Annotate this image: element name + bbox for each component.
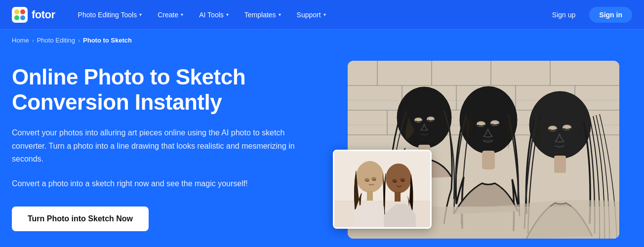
- breadcrumb-separator: ›: [78, 37, 80, 44]
- hero-description-2: Convert a photo into a sketch right now …: [12, 177, 298, 190]
- navbar: fotor Photo Editing Tools ▾ Create ▾ AI …: [0, 0, 644, 30]
- hero-image-area: [348, 61, 624, 239]
- fotor-logo-icon: [12, 7, 28, 23]
- signup-button[interactable]: Sign up: [544, 7, 583, 23]
- breadcrumb-parent[interactable]: Photo Editing: [37, 37, 75, 44]
- svg-rect-0: [12, 7, 28, 23]
- logo-text: fotor: [32, 8, 55, 21]
- nav-items: Photo Editing Tools ▾ Create ▾ AI Tools …: [71, 7, 544, 23]
- svg-point-38: [356, 161, 384, 193]
- svg-point-1: [14, 9, 19, 14]
- svg-point-42: [386, 164, 411, 193]
- original-photo-thumbnail: [333, 150, 432, 229]
- svg-rect-30: [482, 151, 495, 169]
- hero-content: Online Photo to Sketch Conversion Instan…: [12, 61, 328, 231]
- chevron-down-icon: ▾: [226, 12, 229, 17]
- svg-point-4: [20, 15, 25, 20]
- svg-rect-45: [395, 192, 401, 202]
- nav-templates[interactable]: Templates ▾: [238, 7, 288, 23]
- svg-point-3: [14, 15, 19, 20]
- nav-ai-tools[interactable]: AI Tools ▾: [192, 7, 236, 23]
- svg-rect-34: [554, 156, 566, 173]
- svg-point-23: [397, 87, 451, 148]
- svg-rect-41: [367, 191, 373, 201]
- svg-point-2: [20, 9, 25, 14]
- hero-title: Online Photo to Sketch Conversion Instan…: [12, 65, 328, 115]
- cta-button[interactable]: Turn Photo into Sketch Now: [12, 206, 149, 231]
- breadcrumb-current: Photo to Sketch: [83, 37, 132, 44]
- nav-create[interactable]: Create ▾: [151, 7, 190, 23]
- chevron-down-icon: ▾: [181, 12, 183, 17]
- hero-description-1: Convert your photos into alluring art pi…: [12, 126, 298, 165]
- logo[interactable]: fotor: [12, 7, 55, 23]
- breadcrumb-home[interactable]: Home: [12, 37, 29, 44]
- chevron-down-icon: ▾: [279, 12, 281, 17]
- chevron-down-icon: ▾: [139, 12, 142, 17]
- nav-photo-editing-tools[interactable]: Photo Editing Tools ▾: [71, 7, 149, 23]
- hero-section: Online Photo to Sketch Conversion Instan…: [0, 51, 644, 239]
- breadcrumb: Home › Photo Editing › Photo to Sketch: [0, 30, 644, 51]
- nav-support[interactable]: Support ▾: [290, 7, 333, 23]
- nav-right-actions: Sign up Sign in: [544, 7, 632, 23]
- chevron-down-icon: ▾: [323, 12, 326, 17]
- signin-button[interactable]: Sign in: [589, 7, 632, 23]
- breadcrumb-separator: ›: [32, 37, 34, 44]
